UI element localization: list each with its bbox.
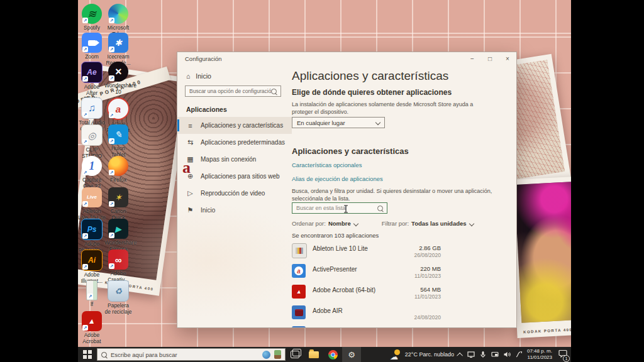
show-hidden-icons-chevron[interactable]: [457, 352, 463, 358]
desktop-icon-recycle-bin[interactable]: ♻ Papelera de reciclaje: [104, 280, 132, 315]
chevron-down-icon: [375, 120, 380, 125]
creative-cloud-app-icon: [292, 326, 306, 328]
settings-taskbar-button[interactable]: ⚙: [342, 347, 361, 362]
text-cursor: [343, 204, 348, 216]
microphone-tray-icon[interactable]: [479, 351, 487, 358]
settings-window: Configuración − □ × ⌂ Inicio Buscar una …: [177, 52, 517, 328]
recycle-bin-icon: ♻: [108, 280, 129, 302]
chrome-button[interactable]: [323, 347, 342, 362]
taskbar-clock[interactable]: 07:48 p. m. 11/01/2023: [527, 348, 552, 361]
choose-source-description: La instalación de aplicaciones solamente…: [292, 101, 487, 116]
app-source-dropdown[interactable]: En cualquier lugar: [292, 117, 385, 128]
desktop-icon-huion-tablet[interactable]: ✎ Huion Tablet: [104, 124, 132, 158]
spotify-icon: ≋: [82, 4, 102, 24]
apps-features-section-heading: Aplicaciones y características: [292, 146, 409, 156]
ableton-app-icon: [292, 243, 307, 258]
close-button[interactable]: ×: [499, 52, 516, 65]
task-view-icon: [291, 351, 299, 358]
settings-search-input[interactable]: Buscar una opción de configuración: [185, 85, 281, 97]
optional-features-link[interactable]: Características opcionales: [292, 162, 362, 168]
polaroid-popart-right: KODAK PORTA 400 KODAK PORTA 400: [509, 175, 571, 338]
home-label: Inicio: [196, 72, 211, 80]
canon-quick-menu-icon: ✶: [108, 187, 128, 207]
app-row-adobe-air[interactable]: Adobe AIR 24/08/2020: [292, 304, 441, 324]
weather-text[interactable]: 22°C Parc. nublado: [405, 351, 454, 358]
results-count: Se encontraron 103 aplicaciones: [292, 232, 379, 239]
app-row-acrobat[interactable]: ▲ Adobe Acrobat (64-bit) 564 MB 11/01/20…: [292, 283, 441, 304]
clip-studio-icon: ◎: [81, 124, 103, 146]
startup-flag-icon: ⚑: [186, 206, 194, 214]
action-center-button[interactable]: 1: [558, 349, 567, 360]
desktop-icon-book-app[interactable]: lf: [78, 280, 106, 308]
clock-time: 07:48 p. m.: [527, 348, 552, 354]
sidebar-item-offline-maps[interactable]: ▦ Mapas sin conexión: [177, 151, 292, 168]
illustrator-icon: Ai: [81, 250, 103, 271]
filter-by-label: Filtrar por:: [382, 220, 409, 227]
sidebar-section-label: Aplicaciones: [186, 106, 227, 113]
desktop-icon-clip-studio[interactable]: ◎ CLIP STUDIO: [78, 124, 106, 159]
search-highlight-doodle-icon: [262, 351, 270, 359]
total-audio-converter-icon: ♫: [81, 97, 103, 119]
desktop-icon-creative-cloud[interactable]: ∞ Adobe Creativ...: [104, 250, 132, 283]
desktop-icon-filmora[interactable]: ▶ Wondershare Filmora: [104, 219, 132, 252]
creative-cloud-icon: ∞: [108, 250, 128, 270]
desktop-icon-photoshop[interactable]: Ps Adobe Photosho...: [78, 219, 106, 253]
desktop-icon-spotify[interactable]: ≋ Spotify: [78, 4, 106, 31]
window-titlebar[interactable]: Configuración − □ ×: [177, 52, 516, 66]
app-list-search-input[interactable]: Buscar en esta lista: [292, 202, 387, 214]
sidebar-item-default-apps[interactable]: ⇆ Aplicaciones predeterminadas: [177, 134, 292, 151]
icecream-icon: ✱: [108, 33, 128, 53]
usb-tray-icon[interactable]: [515, 351, 523, 358]
clock-date: 11/01/2023: [527, 354, 552, 361]
filter-by-value[interactable]: Todas las unidades: [411, 220, 466, 227]
settings-search-placeholder: Buscar una opción de configuración: [189, 88, 271, 94]
weather-icon[interactable]: [390, 349, 401, 359]
settings-content: Aplicaciones y características Elige de …: [292, 66, 516, 327]
minimize-button[interactable]: −: [464, 52, 481, 65]
start-button[interactable]: [78, 347, 97, 362]
taskbar-search-input[interactable]: Escribe aquí para buscar: [97, 348, 286, 361]
sort-by-value[interactable]: Nombre: [328, 220, 351, 227]
maximize-button[interactable]: □: [481, 52, 499, 65]
desktop-icon-capture-one[interactable]: 1 Capture One 22: [78, 156, 106, 189]
search-icon: [377, 206, 383, 211]
file-explorer-button[interactable]: [304, 347, 323, 362]
sidebar-item-video-playback[interactable]: ▷ Reproducción de video: [177, 185, 292, 202]
taskbar: Escribe aquí para buscar ⚙ 22°C Parc. nu…: [78, 347, 571, 362]
desktop-icon-firefox[interactable]: Firefox: [104, 156, 132, 184]
after-effects-icon: Ae: [81, 62, 103, 83]
task-view-button[interactable]: [286, 347, 304, 362]
sidebar-item-home[interactable]: ⌂ Inicio: [186, 72, 211, 80]
sidebar-item-apps-features[interactable]: ≡ Aplicaciones y características: [177, 117, 292, 134]
desktop-icon-zoom[interactable]: Zoom: [78, 33, 106, 60]
chrome-icon: [328, 350, 338, 359]
app-row-creative-cloud[interactable]: Adobe Creative Cloud 87.3 MB: [292, 324, 441, 328]
sidebar-item-apps-websites[interactable]: ⊕ Aplicaciones para sitios web: [177, 168, 292, 185]
home-icon: ⌂: [186, 72, 190, 80]
desktop-icon-acrobat[interactable]: ▲ Adobe Acrobat: [78, 311, 106, 344]
acrobat-app-icon: ▲: [292, 285, 306, 299]
chevron-down-icon[interactable]: [353, 221, 358, 226]
desktop-icon-wondershare[interactable]: × Wondershare 10: [104, 62, 132, 95]
speaker-tray-icon[interactable]: [503, 351, 511, 358]
capture-one-icon: 1: [82, 156, 102, 176]
acrobat-icon: ▲: [82, 311, 102, 331]
app-row-ableton[interactable]: Ableton Live 10 Lite 2.86 GB 26/08/2020: [292, 241, 441, 262]
app-execution-aliases-link[interactable]: Alias de ejecución de aplicaciones: [292, 175, 383, 182]
display-tray-icon[interactable]: [467, 351, 475, 358]
notification-badge: 1: [563, 355, 570, 362]
search-highlight-doodle-icon: [274, 350, 281, 359]
chevron-down-icon[interactable]: [469, 221, 474, 226]
desktop-icon-ableton-live[interactable]: Live Ableton Live 10 Lite: [78, 187, 106, 221]
desktop-icon-after-effects[interactable]: Ae Adobe After Effects: [78, 62, 106, 102]
activepresenter-app-icon: a: [292, 264, 306, 278]
folder-icon: [309, 351, 319, 358]
desktop-icon-illustrator[interactable]: Ai Adobe Illustrat...: [78, 250, 106, 284]
system-tray: 22°C Parc. nublado 07:48 p. m. 11/01/202…: [390, 348, 571, 361]
sidebar-item-startup[interactable]: ⚑ Inicio: [177, 202, 292, 219]
search-icon: [101, 352, 107, 358]
monitor-tray-icon[interactable]: [491, 351, 499, 358]
app-row-activepresenter[interactable]: a ActivePresenter 220 MB 11/01/2023: [292, 262, 441, 283]
sort-by-label: Ordenar por:: [292, 220, 326, 227]
page-title: Aplicaciones y características: [292, 69, 448, 83]
